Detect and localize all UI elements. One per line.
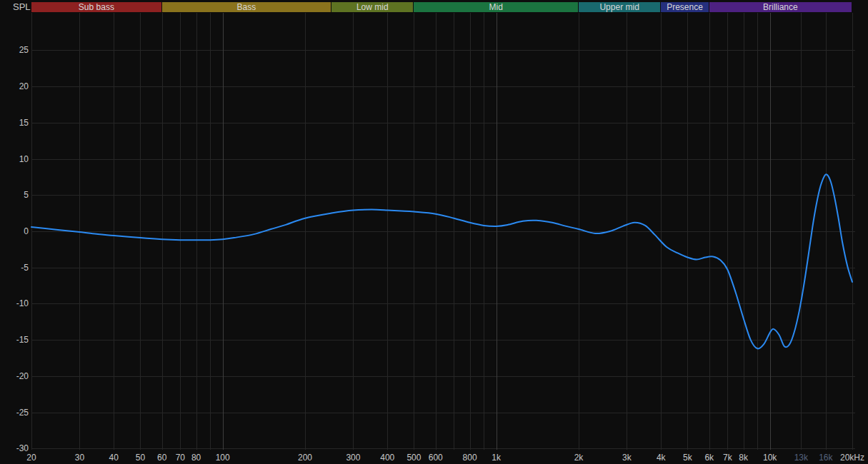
x-tick-label: 5k xyxy=(683,453,692,463)
y-tick-label: -20 xyxy=(1,371,29,381)
x-tick-label: 80 xyxy=(191,453,201,463)
y-tick-label: -25 xyxy=(1,408,29,418)
x-tick-label: 30 xyxy=(75,453,84,463)
y-tick-label: -15 xyxy=(1,335,29,345)
x-tick-label: 600 xyxy=(429,453,443,463)
x-tick-label: 400 xyxy=(380,453,394,463)
frequency-response-chart: SPL Sub bassBassLow midMidUpper midPrese… xyxy=(0,0,868,464)
x-tick-label: 10k xyxy=(763,453,777,463)
x-tick-label: 500 xyxy=(406,453,421,463)
x-tick-label: 100 xyxy=(216,453,230,463)
x-tick-label: 6k xyxy=(704,453,714,463)
y-tick-label: 20 xyxy=(1,81,29,91)
y-tick-label: -10 xyxy=(1,298,29,308)
y-tick-label: -5 xyxy=(1,263,29,273)
x-tick-label: 60 xyxy=(157,453,166,463)
x-tick-label: 7k xyxy=(723,453,732,463)
x-tick-label: 3k xyxy=(622,453,632,463)
y-tick-label: 25 xyxy=(1,45,29,55)
x-tick-label: 2k xyxy=(574,453,584,463)
x-tick-label: 1k xyxy=(492,453,501,463)
x-tick-label: 300 xyxy=(346,453,360,463)
y-tick-label: 5 xyxy=(1,190,29,200)
y-tick-label: 0 xyxy=(1,226,29,236)
x-tick-label: 70 xyxy=(176,453,185,463)
x-tick-label: 200 xyxy=(298,453,312,463)
chart-canvas xyxy=(0,0,868,464)
y-tick-label: -30 xyxy=(1,443,29,453)
x-tick-label: 16k xyxy=(819,453,832,463)
x-tick-label: 50 xyxy=(136,453,145,463)
x-tick-label: 40 xyxy=(109,453,119,463)
x-tick-label: 800 xyxy=(463,453,477,463)
x-tick-label: 20 xyxy=(26,453,36,463)
x-tick-label: 4k xyxy=(657,453,666,463)
y-tick-label: 15 xyxy=(1,118,29,128)
x-tick-label: 20kHz xyxy=(840,453,864,463)
x-tick-label: 8k xyxy=(739,453,748,463)
y-tick-label: 10 xyxy=(1,154,29,164)
response-curve xyxy=(31,174,852,348)
x-tick-label: 13k xyxy=(794,453,808,463)
